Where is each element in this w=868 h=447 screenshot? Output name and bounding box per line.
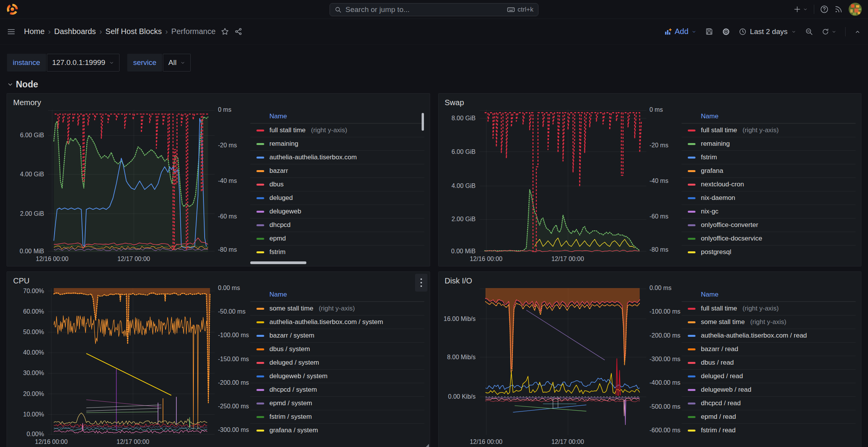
legend-item[interactable]: epmd / read bbox=[682, 410, 856, 423]
legend-item[interactable]: delugeweb bbox=[250, 205, 424, 218]
variable-instance-select[interactable]: 127.0.0.1:19999 bbox=[47, 54, 120, 72]
legend-item[interactable]: dbus / read bbox=[682, 356, 856, 369]
legend-item[interactable]: grafana / system bbox=[250, 423, 424, 437]
legend-item[interactable]: dhcpcd bbox=[250, 218, 424, 232]
legend-item[interactable]: remaining bbox=[250, 137, 424, 150]
panel-title[interactable]: Memory bbox=[12, 97, 41, 110]
legend-item[interactable]: fstrim bbox=[250, 245, 424, 259]
panel-title[interactable]: Disk I/O bbox=[443, 275, 472, 288]
legend-vertical-scrollbar[interactable] bbox=[422, 113, 424, 131]
legend-item[interactable]: remaining bbox=[682, 137, 856, 150]
zoom-out-icon[interactable] bbox=[805, 27, 813, 36]
add-button[interactable]: Add bbox=[664, 27, 697, 36]
legend-item[interactable]: dhcpcd / read bbox=[682, 396, 856, 410]
legend-item[interactable]: full stall time(right y-axis) bbox=[250, 123, 424, 137]
grafana-logo-icon[interactable] bbox=[6, 3, 19, 15]
chart-plot[interactable] bbox=[48, 110, 215, 252]
legend-item[interactable]: fstrim / system bbox=[250, 410, 424, 423]
legend-item[interactable]: dbus / system bbox=[250, 342, 424, 356]
breadcrumb-home[interactable]: Home bbox=[24, 27, 44, 36]
legend-item[interactable]: fstrim bbox=[682, 150, 856, 164]
variable-instance-label: instance bbox=[7, 54, 46, 72]
legend-item[interactable]: nix-gc bbox=[682, 205, 856, 218]
y-tick-right: -200.00 ms bbox=[218, 379, 249, 386]
breadcrumb: Home › Dashboards › Self Host Blocks › P… bbox=[24, 27, 215, 36]
chart-plot[interactable] bbox=[480, 288, 646, 435]
new-menu-button[interactable] bbox=[793, 5, 808, 13]
chart-plot[interactable] bbox=[48, 288, 215, 435]
chart-plot[interactable] bbox=[480, 110, 646, 252]
legend-item-note: (right y-axis) bbox=[311, 126, 347, 134]
legend-item[interactable]: authelia-authelia.tiserbox.com / read bbox=[682, 329, 856, 342]
legend-item[interactable]: nextcloud-cron bbox=[682, 177, 856, 191]
legend-item[interactable]: deluged / read bbox=[682, 369, 856, 383]
panel-menu-kebab[interactable] bbox=[415, 274, 427, 292]
disk-io-chart: 16.00 Mib/s8.00 Mib/s0.00 Kib/s 0.00 ms-… bbox=[443, 288, 680, 447]
y-tick-right: -60 ms bbox=[218, 213, 237, 220]
search-input[interactable]: Search or jump to... ctrl+k bbox=[330, 3, 538, 16]
breadcrumb-folder[interactable]: Self Host Blocks bbox=[106, 27, 162, 36]
series-color-pill bbox=[256, 308, 264, 310]
legend-item-label: dbus / system bbox=[270, 345, 310, 353]
y-axis-left: 6.00 GiB4.00 GiB2.00 GiB0.00 MiB bbox=[12, 110, 48, 252]
share-icon[interactable] bbox=[234, 27, 243, 36]
y-tick: 30.00% bbox=[23, 370, 44, 377]
legend-item-note: (right y-axis) bbox=[750, 318, 786, 326]
legend-item[interactable]: fstrim / read bbox=[682, 423, 856, 437]
legend-item[interactable]: delugeweb / system bbox=[250, 369, 424, 383]
legend-item[interactable]: authelia-authelia.tiserbox.com bbox=[250, 150, 424, 164]
legend-item[interactable]: some stall time(right y-axis) bbox=[250, 302, 424, 315]
divider bbox=[814, 5, 814, 14]
breadcrumb-dashboards[interactable]: Dashboards bbox=[54, 27, 96, 36]
collapse-chevron-up-icon[interactable] bbox=[854, 28, 861, 35]
legend-item[interactable]: dbus bbox=[250, 177, 424, 191]
variable-service-select[interactable]: All bbox=[163, 54, 191, 72]
legend-item-label: fstrim / read bbox=[701, 427, 736, 434]
legend-item[interactable]: epmd bbox=[250, 232, 424, 245]
y-tick-right: 0 ms bbox=[218, 106, 232, 113]
legend-item[interactable]: nix-daemon bbox=[682, 191, 856, 205]
dashboard-toolbar: Home › Dashboards › Self Host Blocks › P… bbox=[0, 19, 868, 44]
star-icon[interactable] bbox=[221, 27, 229, 36]
avatar[interactable] bbox=[849, 3, 862, 16]
panel-title[interactable]: CPU bbox=[12, 275, 29, 288]
help-icon[interactable] bbox=[820, 5, 829, 14]
settings-gear-icon[interactable] bbox=[722, 27, 730, 36]
panel-resize-handle[interactable] bbox=[425, 444, 429, 447]
legend-item[interactable]: authelia-authelia.tiserbox.com / system bbox=[250, 315, 424, 329]
legend-item[interactable]: delugeweb / read bbox=[682, 383, 856, 396]
legend-item[interactable]: deluged / system bbox=[250, 356, 424, 369]
legend-item[interactable]: epmd / system bbox=[250, 396, 424, 410]
legend-item-label: deluged bbox=[270, 194, 293, 202]
legend-item[interactable]: full stall time(right y-axis) bbox=[682, 302, 856, 315]
legend-item[interactable]: deluged bbox=[250, 191, 424, 205]
legend-item[interactable]: onlyoffice-docservice bbox=[682, 232, 856, 245]
y-tick-right: -50.00 ms bbox=[218, 308, 246, 315]
x-tick: 12/16 00:00 bbox=[470, 438, 502, 445]
time-range-picker[interactable]: Last 2 days bbox=[739, 27, 796, 36]
memory-chart: 6.00 GiB4.00 GiB2.00 GiB0.00 MiB 0 ms-20… bbox=[12, 110, 249, 265]
y-tick: 50.00% bbox=[23, 329, 44, 336]
legend: Namesome stall time(right y-axis)autheli… bbox=[250, 288, 424, 447]
legend-horizontal-scrollbar[interactable] bbox=[250, 261, 306, 264]
y-tick: 8.00 Mib/s bbox=[447, 354, 476, 361]
legend-item[interactable]: onlyoffice-converter bbox=[682, 218, 856, 232]
legend-header: Name bbox=[682, 110, 856, 123]
news-rss-icon[interactable] bbox=[834, 5, 843, 14]
save-icon[interactable] bbox=[705, 27, 713, 36]
legend-item[interactable]: grafana bbox=[682, 164, 856, 177]
y-tick-right: -600.00 ms bbox=[649, 427, 680, 434]
series-color-pill bbox=[256, 348, 264, 350]
refresh-button[interactable] bbox=[822, 28, 837, 36]
y-axis-right: 0.00 ms-100.00 ms-200.00 ms-300.00 ms-40… bbox=[646, 288, 680, 435]
legend-item[interactable]: bazarr / system bbox=[250, 329, 424, 342]
row-node-toggle[interactable]: Node bbox=[7, 79, 861, 90]
panel-title[interactable]: Swap bbox=[443, 97, 464, 110]
legend-item[interactable]: full stall time(right y-axis) bbox=[682, 123, 856, 137]
legend-item[interactable]: dhcpcd / system bbox=[250, 383, 424, 396]
legend-item[interactable]: postgresql bbox=[682, 245, 856, 259]
menu-icon[interactable] bbox=[7, 27, 15, 36]
legend-item[interactable]: bazarr / read bbox=[682, 342, 856, 356]
legend-item[interactable]: bazarr bbox=[250, 164, 424, 177]
legend-item[interactable]: some stall time(right y-axis) bbox=[682, 315, 856, 329]
